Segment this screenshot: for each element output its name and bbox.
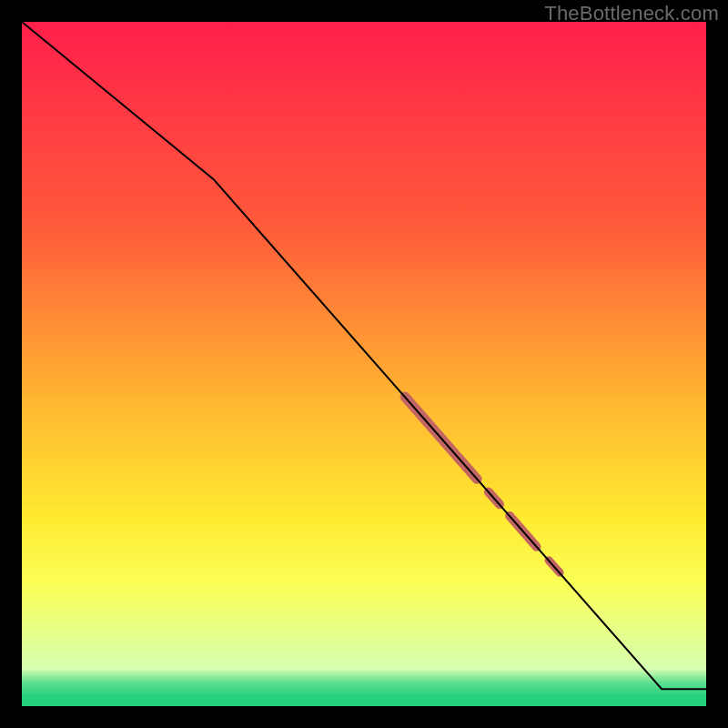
chart-frame: TheBottleneck.com [0, 0, 728, 728]
gradient-background [22, 22, 706, 706]
chart-plot [22, 22, 706, 706]
